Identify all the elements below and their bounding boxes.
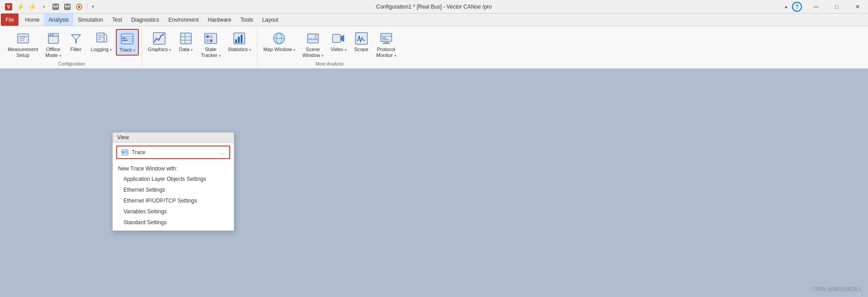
trace-label: Trace ▾ xyxy=(119,47,135,53)
protocol-monitor-button[interactable]: ProtocolMonitor ▾ xyxy=(373,29,399,61)
svg-rect-48 xyxy=(332,34,341,42)
measurement-setup-button[interactable]: MeasurementSetup xyxy=(5,29,41,61)
svg-rect-17 xyxy=(52,34,53,36)
protocol-monitor-icon xyxy=(379,31,394,46)
svg-rect-30 xyxy=(180,33,191,44)
trace-button[interactable]: Trace ▾ xyxy=(116,29,139,56)
watermark: CSDN @疯狂的机器人 xyxy=(812,286,863,292)
trace-icon xyxy=(120,32,134,46)
data-label: Data ▾ xyxy=(179,47,193,52)
menu-test[interactable]: Test xyxy=(108,14,127,26)
state-tracker-button[interactable]: StateTracker ▾ xyxy=(198,29,224,61)
dropdown-item-ethernet-ip[interactable]: Ethernet IP/UDP/TCP Settings xyxy=(113,195,234,206)
offline-mode-button[interactable]: OfflineMode ▾ xyxy=(42,29,64,61)
menu-diagnostics[interactable]: Diagnostics xyxy=(127,14,164,26)
save-as-button[interactable] xyxy=(62,2,72,12)
svg-rect-7 xyxy=(65,7,70,9)
statistics-button[interactable]: Statistics ▾ xyxy=(225,29,254,55)
scope-label: Scope xyxy=(354,47,368,52)
trace-item-dots[interactable]: ... xyxy=(218,148,226,156)
svg-rect-51 xyxy=(381,33,392,42)
svg-marker-49 xyxy=(341,35,344,42)
dropdown-header: View xyxy=(113,132,234,143)
svg-rect-42 xyxy=(241,35,242,43)
dropdown-item-standard[interactable]: Standard Settings xyxy=(113,217,234,228)
scope-button[interactable]: Scope xyxy=(351,29,372,55)
svg-rect-60 xyxy=(122,152,124,153)
svg-rect-41 xyxy=(238,37,240,43)
menu-tools[interactable]: Tools xyxy=(236,14,258,26)
ribbon-group-analysis: Graphics ▾ Data ▾ xyxy=(142,27,257,67)
svg-rect-6 xyxy=(66,4,69,6)
measurement-setup-label: MeasurementSetup xyxy=(8,47,38,58)
video-button[interactable]: Video ▾ xyxy=(327,29,350,55)
ribbon-group-more-analysis: Map Window ▾ SceneWindow ▾ xyxy=(257,27,402,67)
scene-window-icon xyxy=(306,31,320,46)
map-window-icon xyxy=(272,31,286,46)
svg-point-9 xyxy=(78,5,81,8)
filter-button[interactable]: Filter xyxy=(65,29,87,55)
ribbon-toggle[interactable]: ▲ xyxy=(780,4,792,9)
map-window-button[interactable]: Map Window ▾ xyxy=(260,29,299,55)
minimize-button[interactable]: — xyxy=(806,0,826,14)
state-tracker-label: StateTracker ▾ xyxy=(201,47,221,58)
dropdown-item-variables[interactable]: Variables Settings xyxy=(113,206,234,217)
minimize-qat[interactable]: • xyxy=(39,2,49,12)
dropdown-item-ethernet[interactable]: Ethernet Settings xyxy=(113,184,234,195)
menu-analysis[interactable]: Analysis xyxy=(44,14,73,26)
open-button[interactable]: ⚡ xyxy=(27,2,37,12)
graphics-button[interactable]: Graphics ▾ xyxy=(145,29,174,55)
offline-mode-label: OfflineMode ▾ xyxy=(45,47,61,58)
menu-simulation[interactable]: Simulation xyxy=(73,14,108,26)
ribbon-group-configuration: MeasurementSetup OfflineMode ▾ xyxy=(2,27,142,67)
menu-file[interactable]: File xyxy=(1,14,19,26)
qat-expand[interactable]: ▾ xyxy=(90,4,96,9)
titlebar: V ⚡ ⚡ • ▾ Configur xyxy=(0,0,868,14)
help-button[interactable]: ? xyxy=(792,2,802,12)
trace-item-row[interactable]: Trace ... xyxy=(116,146,230,159)
logging-button[interactable]: Logging ▾ xyxy=(88,29,115,55)
ribbon: MeasurementSetup OfflineMode ▾ xyxy=(0,26,868,69)
menu-hardware[interactable]: Hardware xyxy=(204,14,236,26)
menubar: File Home Analysis Simulation Test Diagn… xyxy=(0,14,868,26)
close-button[interactable]: ✕ xyxy=(847,0,868,14)
logging-icon xyxy=(94,31,109,46)
data-button[interactable]: Data ▾ xyxy=(175,29,197,55)
svg-point-47 xyxy=(314,34,317,37)
state-tracker-icon xyxy=(204,31,218,46)
ribbon-content: MeasurementSetup OfflineMode ▾ xyxy=(0,26,868,68)
menu-environment[interactable]: Environment xyxy=(164,14,203,26)
svg-rect-16 xyxy=(50,34,51,36)
app-icon: V xyxy=(4,2,14,12)
scene-window-button[interactable]: SceneWindow ▾ xyxy=(299,29,327,61)
video-label: Video ▾ xyxy=(331,47,346,52)
dropdown-item-app-layer[interactable]: Application Layer Objects Settings xyxy=(113,174,234,184)
svg-rect-38 xyxy=(210,39,213,42)
window-title: Configuration1 * [Real Bus] - Vector CAN… xyxy=(376,4,492,10)
maximize-button[interactable]: □ xyxy=(826,0,847,14)
svg-rect-36 xyxy=(210,35,213,38)
more-analysis-buttons: Map Window ▾ SceneWindow ▾ xyxy=(260,27,399,61)
new-trace-section-label: New Trace Window with: xyxy=(113,162,234,174)
statistics-icon xyxy=(232,31,247,46)
statistics-label: Statistics ▾ xyxy=(228,47,251,52)
graphics-icon xyxy=(152,31,166,46)
save-button[interactable] xyxy=(51,2,61,12)
svg-rect-27 xyxy=(122,38,126,38)
new-button[interactable]: ⚡ xyxy=(15,2,25,12)
menu-home[interactable]: Home xyxy=(20,14,44,26)
main-content: View Trace ... New Trace Window with: Ap… xyxy=(0,69,868,296)
svg-rect-54 xyxy=(383,43,390,44)
menu-layout[interactable]: Layout xyxy=(258,14,283,26)
more-analysis-group-label: More Analysis xyxy=(316,61,344,67)
svg-rect-37 xyxy=(206,39,209,42)
configuration-buttons: MeasurementSetup OfflineMode ▾ xyxy=(5,27,139,61)
config-button[interactable] xyxy=(74,2,84,12)
data-icon xyxy=(179,31,193,46)
video-icon xyxy=(331,31,346,46)
configuration-group-label: Configuration xyxy=(58,61,85,67)
analysis-buttons: Graphics ▾ Data ▾ xyxy=(145,27,254,61)
quick-access-toolbar: V ⚡ ⚡ • ▾ xyxy=(0,2,100,12)
trace-item-label: Trace xyxy=(132,149,215,156)
scene-window-label: SceneWindow ▾ xyxy=(303,47,323,58)
